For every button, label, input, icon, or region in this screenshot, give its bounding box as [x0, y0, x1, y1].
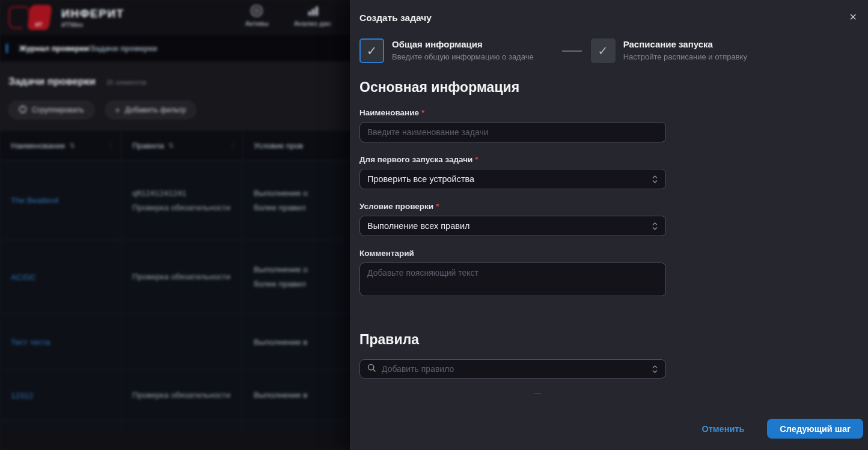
- required-asterisk: *: [436, 202, 439, 211]
- next-step-button[interactable]: Следующий шаг: [767, 419, 863, 439]
- add-rule-input[interactable]: [382, 364, 646, 374]
- cell-name: 12312: [0, 371, 121, 420]
- rules-line: Проверка обязательности: [132, 270, 236, 284]
- group-button-label: Сгруппировать: [32, 106, 84, 114]
- search-icon: [367, 363, 376, 375]
- disc-icon: [250, 4, 263, 17]
- step-texts: Общая информация Введите общую информаци…: [392, 38, 534, 63]
- label-text: Для первого запуска задачи: [359, 155, 472, 164]
- bar-chart-icon: [306, 4, 319, 17]
- step-schedule[interactable]: ✓ Расписание запуска Настройте расписани…: [591, 38, 747, 63]
- label-text: Условие проверки: [359, 202, 433, 211]
- chevron-updown-icon: [652, 365, 658, 374]
- breadcrumb-accent-bar: [6, 44, 8, 53]
- first-run-select[interactable]: Проверить все устройства: [359, 169, 666, 189]
- step-checkbox-active[interactable]: ✓: [359, 38, 384, 63]
- chevron-updown-icon: [652, 175, 658, 184]
- condition-field-label: Условие проверки*: [359, 202, 666, 211]
- drag-handle-icon[interactable]: ⋮: [107, 141, 115, 150]
- label-text: Наименование: [359, 108, 419, 117]
- cell-rules: Проверка обязательности: [121, 371, 243, 420]
- rules-line: qft1241241241: [132, 186, 236, 201]
- column-header-rules[interactable]: Правила ⇅ ⋮: [121, 131, 243, 160]
- drag-handle-icon[interactable]: ⋮: [228, 141, 236, 150]
- column-header-name[interactable]: Наименование ⇅ ⋮: [0, 131, 121, 160]
- step-subtitle: Настройте расписание и отправку: [623, 52, 747, 61]
- first-run-field-label: Для первого запуска задачи*: [359, 155, 666, 164]
- select-value: Проверить все устройства: [367, 174, 474, 184]
- nav-item-label: Анализ дан: [294, 20, 331, 27]
- brand-logo-icon: ИТ: [8, 5, 53, 30]
- step-divider: [562, 50, 582, 52]
- add-filter-button[interactable]: + Добавить фильтр: [105, 101, 197, 119]
- stepper: ✓ Общая информация Введите общую информа…: [359, 38, 858, 63]
- breadcrumb-secondary[interactable]: Задачи проверки: [91, 44, 157, 53]
- screen: ИТ ИНФЕРИТ ИТМен Активы: [0, 0, 868, 450]
- comment-field-block: Комментарий: [359, 249, 666, 299]
- items-count-badge: 20 элементов: [106, 79, 147, 86]
- required-asterisk: *: [475, 155, 478, 164]
- task-link[interactable]: The Beatles4: [11, 196, 115, 205]
- close-icon[interactable]: ✕: [848, 13, 858, 22]
- brand-title: ИНФЕРИТ: [61, 7, 124, 20]
- brand-text: ИНФЕРИТ ИТМен: [61, 7, 124, 28]
- cell-rules: [121, 314, 243, 370]
- chevron-updown-icon: [652, 222, 658, 231]
- add-rule-select[interactable]: [359, 359, 666, 379]
- nav-item-label: Активы: [245, 20, 269, 27]
- required-asterisk: *: [421, 108, 424, 117]
- group-icon: [19, 105, 27, 115]
- brand-logo[interactable]: ИТ ИНФЕРИТ ИТМен: [8, 5, 124, 30]
- add-filter-button-label: Добавить фильтр: [125, 106, 186, 114]
- label-text: Комментарий: [359, 249, 414, 258]
- name-field-block: Наименование*: [359, 108, 666, 142]
- column-label: Наименование: [11, 141, 65, 150]
- top-nav: Активы Анализ дан: [245, 4, 331, 27]
- drawer-header: Создать задачу ✕: [350, 0, 868, 23]
- drawer-footer: Отменить Следующий шаг: [350, 419, 868, 450]
- step-title: Расписание запуска: [623, 39, 747, 49]
- step-checkbox-inactive[interactable]: ✓: [591, 38, 616, 63]
- cancel-button[interactable]: Отменить: [701, 424, 744, 434]
- page-title-bar: Задачи проверки 20 элементов: [8, 76, 147, 88]
- table-toolbar: Сгруппировать + Добавить фильтр: [8, 101, 196, 119]
- logo-fill-shape: ИТ: [27, 5, 52, 30]
- task-name-input[interactable]: [359, 122, 666, 142]
- plus-icon: +: [115, 105, 120, 115]
- cell-rules: Проверка обязательности: [121, 240, 243, 314]
- rules-line: Проверка обязательности: [132, 201, 236, 215]
- rules-empty-dash: [534, 393, 541, 394]
- comment-textarea[interactable]: [359, 263, 666, 296]
- drawer-title: Создать задачу: [359, 13, 432, 23]
- condition-field-block: Условие проверки* Выполнение всех правил: [359, 202, 666, 236]
- brand-subtitle: ИТМен: [61, 21, 124, 28]
- cell-name: AC/DC: [0, 240, 121, 314]
- group-button[interactable]: Сгруппировать: [8, 101, 94, 119]
- nav-item-assets[interactable]: Активы: [245, 4, 269, 27]
- task-link[interactable]: 12312: [11, 391, 115, 400]
- column-label: Условие пров: [254, 141, 303, 150]
- rules-heading: Правила: [359, 332, 858, 348]
- logo-outline-shape: [8, 6, 30, 29]
- step-subtitle: Введите общую информацию о задаче: [392, 52, 534, 61]
- first-run-field-block: Для первого запуска задачи* Проверить вс…: [359, 155, 666, 189]
- name-field-label: Наименование*: [359, 108, 666, 117]
- cell-rules: qft1241241241 Проверка обязательности: [121, 161, 243, 240]
- breadcrumb-primary[interactable]: Журнал проверки: [19, 44, 88, 53]
- nav-item-analytics[interactable]: Анализ дан: [294, 4, 331, 27]
- step-texts: Расписание запуска Настройте расписание …: [623, 38, 747, 63]
- select-value: Выполнение всех правил: [367, 221, 469, 231]
- page-title: Задачи проверки: [8, 76, 96, 88]
- condition-select[interactable]: Выполнение всех правил: [359, 216, 666, 236]
- cell-name: Тест теста: [0, 314, 121, 370]
- sort-icon[interactable]: ⇅: [69, 142, 75, 150]
- step-general-info[interactable]: ✓ Общая информация Введите общую информа…: [359, 38, 534, 63]
- main-info-heading: Основная информация: [359, 79, 858, 96]
- rules-line: Проверка обязательности: [132, 388, 236, 403]
- comment-field-label: Комментарий: [359, 249, 666, 258]
- column-label: Правила: [132, 141, 164, 150]
- task-link[interactable]: Тест теста: [11, 338, 115, 347]
- sort-icon[interactable]: ⇅: [168, 142, 174, 150]
- cell-name: The Beatles4: [0, 161, 121, 240]
- task-link[interactable]: AC/DC: [11, 273, 115, 282]
